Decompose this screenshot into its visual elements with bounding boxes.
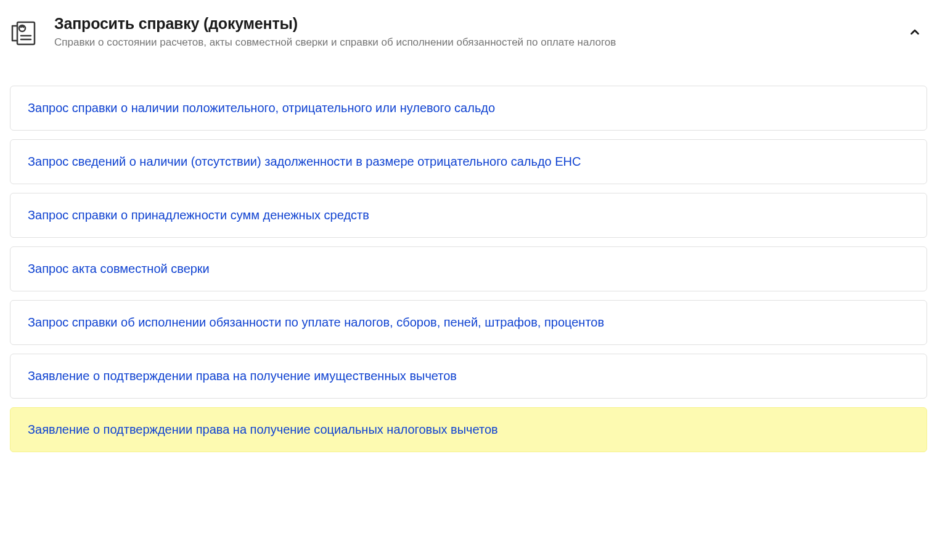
list-item[interactable]: Запрос акта совместной сверки: [10, 246, 927, 291]
section-subtitle: Справки о состоянии расчетов, акты совме…: [54, 36, 888, 49]
list-item[interactable]: Запрос справки о наличии положительного,…: [10, 86, 927, 131]
list-item[interactable]: Запрос справки о принадлежности сумм ден…: [10, 193, 927, 238]
chevron-up-icon: [908, 25, 922, 39]
section-header: Запросить справку (документы) Справки о …: [10, 15, 927, 49]
section-title: Запросить справку (документы): [54, 15, 888, 33]
document-icon: [10, 17, 39, 47]
list-item[interactable]: Запрос сведений о наличии (отсутствии) з…: [10, 139, 927, 184]
header-text: Запросить справку (документы) Справки о …: [54, 15, 888, 49]
list-item[interactable]: Запрос справки об исполнении обязанности…: [10, 300, 927, 345]
document-list: Запрос справки о наличии положительного,…: [10, 86, 927, 452]
collapse-toggle[interactable]: [902, 20, 927, 44]
list-item[interactable]: Заявление о подтверждении права на получ…: [10, 354, 927, 399]
list-item[interactable]: Заявление о подтверждении права на получ…: [10, 407, 927, 452]
